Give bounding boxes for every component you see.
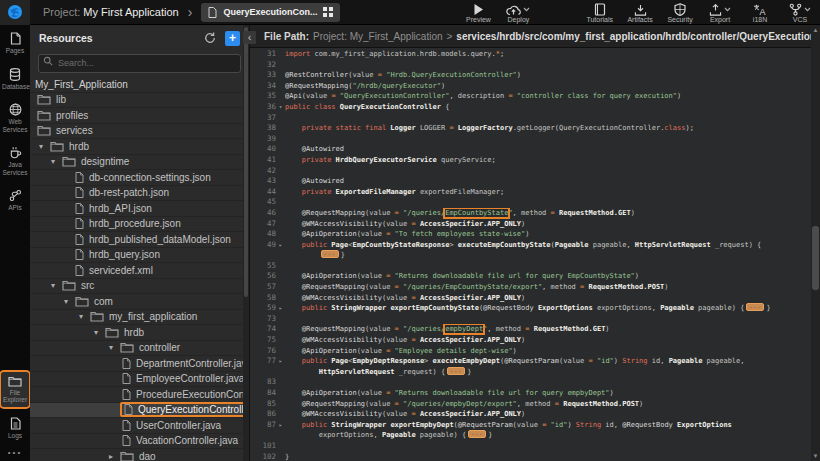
topbar-action-preview[interactable]: Preview bbox=[465, 2, 491, 23]
sidebar-item-pages[interactable]: Pages bbox=[1, 28, 29, 58]
scroll-up-icon[interactable]: ▲ bbox=[811, 25, 820, 35]
code-token: private bbox=[302, 156, 332, 164]
fold-gutter bbox=[276, 399, 285, 410]
tree-item-file[interactable]: db-connection-settings.json bbox=[30, 170, 249, 186]
tree-item-folder[interactable]: ▾hrdb bbox=[30, 325, 249, 341]
tree-item-file[interactable]: EmployeeController.java bbox=[30, 372, 249, 388]
code-token bbox=[285, 251, 319, 259]
tree-item-file[interactable]: hrdb_procedure.json bbox=[30, 217, 249, 233]
scroll-down-icon[interactable]: ▼ bbox=[811, 451, 820, 461]
refresh-icon[interactable] bbox=[204, 32, 216, 44]
file-icon bbox=[122, 420, 131, 431]
line-number: 74 bbox=[250, 324, 276, 335]
tree-item-label: My_First_Application bbox=[35, 79, 128, 90]
tree-item-label: hrdb_published_dataModel.json bbox=[89, 234, 231, 245]
tree-item-folder[interactable]: ▾src bbox=[30, 279, 249, 295]
tree-item-file[interactable]: UserController.java bbox=[30, 418, 249, 434]
code-token: exportedFileManager; bbox=[416, 188, 505, 196]
tree-item-file[interactable]: VacationController.java bbox=[30, 434, 249, 450]
resources-panel: Resources + My_First_Applicationlibprofi… bbox=[30, 25, 250, 461]
topbar-action-vcs[interactable]: VCS bbox=[787, 2, 813, 23]
sidebar-item-web-services[interactable]: Web Services bbox=[1, 99, 29, 136]
code-token: public bbox=[302, 421, 327, 429]
grid-icon[interactable] bbox=[323, 7, 333, 17]
chevron-down-icon[interactable]: ▾ bbox=[51, 281, 62, 290]
collapse-panel-icon[interactable]: ‹ bbox=[243, 31, 256, 44]
code-token: @RequestMapping bbox=[285, 82, 348, 90]
code-token: @RequestParam bbox=[458, 421, 513, 429]
fold-closed-icon[interactable]: ▸ bbox=[276, 303, 285, 314]
topbar-action-deploy[interactable]: Deploy bbox=[505, 2, 531, 23]
code-token: HrdbQueryExecutorService bbox=[331, 156, 436, 164]
search-icon bbox=[43, 56, 53, 66]
sidebar-item-apis[interactable]: APIs bbox=[1, 185, 29, 215]
tree-item-folder[interactable]: ▾controller bbox=[30, 341, 249, 357]
sidebar-item-databases[interactable]: Databases bbox=[1, 64, 29, 94]
code-line: 34@RequestMapping("/hrdb/queryExecutor") bbox=[250, 81, 820, 92]
fold-closed-icon[interactable]: ▸ bbox=[276, 420, 285, 431]
code-token: } bbox=[285, 453, 289, 461]
code-line: 42 bbox=[250, 166, 820, 177]
topbar-action-tutorials[interactable]: Tutorials bbox=[586, 2, 613, 23]
code-line: 85 @RequestMapping(value = "/queries/emp… bbox=[250, 399, 820, 410]
tree-item-file[interactable]: hrdb_published_dataModel.json bbox=[30, 232, 249, 248]
folded-code-widget[interactable]: ··· bbox=[746, 303, 764, 311]
sidebar-item-java-services[interactable]: Java Services bbox=[1, 142, 29, 179]
tree-item-folder[interactable]: ▾designtime bbox=[30, 155, 249, 171]
logfile-icon bbox=[10, 417, 21, 430]
tree-item-file[interactable]: hrdb_query.json bbox=[30, 248, 249, 264]
topbar-action-artifacts[interactable]: Artifacts bbox=[627, 2, 653, 23]
add-resource-button[interactable]: + bbox=[225, 31, 240, 46]
search-input[interactable] bbox=[38, 54, 241, 73]
folded-code-widget[interactable]: ··· bbox=[321, 250, 339, 258]
tree-scrollbar[interactable] bbox=[243, 25, 249, 461]
open-file-tab[interactable]: QueryExecutionCon... bbox=[201, 3, 340, 22]
chevron-down-icon[interactable]: ▾ bbox=[64, 297, 75, 306]
tree-item-folder[interactable]: services bbox=[30, 124, 249, 140]
folded-code-widget[interactable]: ··· bbox=[468, 430, 486, 438]
code-line: 83 bbox=[250, 377, 820, 388]
tree-item-file[interactable]: db-rest-patch.json bbox=[30, 186, 249, 202]
topbar-action-i18n[interactable]: Ai18N bbox=[747, 2, 773, 23]
code-line: 49▸ public Page<EmpCountbyStateResponse>… bbox=[250, 240, 820, 251]
tree-scrollbar-thumb[interactable] bbox=[244, 27, 248, 297]
tree-item-folder[interactable]: profiles bbox=[30, 108, 249, 124]
file-tree: My_First_Applicationlibprofilesservices▾… bbox=[30, 77, 249, 461]
topbar-action-security[interactable]: Security bbox=[667, 2, 693, 23]
code-token: ) bbox=[521, 336, 525, 344]
tree-item-folder[interactable]: ▾my_first_application bbox=[30, 310, 249, 326]
fold-closed-icon[interactable]: ▸ bbox=[276, 240, 285, 251]
fold-open-icon[interactable]: ▾ bbox=[276, 102, 285, 113]
more-options-icon[interactable]: ••• bbox=[0, 448, 30, 457]
chevron-down-icon[interactable]: ▾ bbox=[79, 312, 90, 321]
chevron-down-icon[interactable]: ▾ bbox=[109, 343, 120, 352]
tree-item-file[interactable]: servicedef.xml bbox=[30, 263, 249, 279]
tree-item-file[interactable]: ProcedureExecutionController.java bbox=[30, 387, 249, 403]
app-logo[interactable] bbox=[0, 0, 30, 25]
sidebar-item-file-explorer[interactable]: File Explorer bbox=[1, 372, 29, 407]
code-token: pageable, bbox=[702, 357, 744, 365]
tree-item-folder[interactable]: ▸dao bbox=[30, 449, 249, 461]
code-token: Page bbox=[327, 357, 348, 365]
tree-item-file[interactable]: DepartmentController.java bbox=[30, 356, 249, 372]
code-editor[interactable]: 31import com.my_first_application.hrdb.m… bbox=[250, 48, 820, 461]
sidebar-item-logs[interactable]: Logs bbox=[1, 413, 29, 443]
chevron-down-icon[interactable]: ▾ bbox=[39, 142, 50, 151]
code-token: ) bbox=[677, 92, 681, 100]
editor-scrollbar-thumb[interactable] bbox=[812, 226, 819, 290]
folded-code-widget[interactable]: ··· bbox=[447, 367, 465, 375]
tree-root-item[interactable]: My_First_Application bbox=[30, 77, 249, 93]
editor-scrollbar[interactable]: ▲ ▼ bbox=[811, 25, 820, 461]
line-number: 73 bbox=[250, 314, 276, 325]
tree-item-folder[interactable]: ▾com bbox=[30, 294, 249, 310]
tree-item-file[interactable]: hrdb_API.json bbox=[30, 201, 249, 217]
chevron-down-icon[interactable]: ▾ bbox=[51, 157, 62, 166]
topbar-action-export[interactable]: Export bbox=[707, 2, 733, 23]
tree-item-file[interactable]: QueryExecutionController.java bbox=[30, 403, 249, 419]
tree-item-folder[interactable]: ▾hrdb bbox=[30, 139, 249, 155]
chevron-down-icon[interactable]: ▾ bbox=[94, 328, 105, 337]
tree-item-folder[interactable]: lib bbox=[30, 93, 249, 109]
fold-closed-icon[interactable]: ▸ bbox=[276, 356, 285, 367]
code-line: 47 @WMAccessVisibility(value = AccessSpe… bbox=[250, 219, 820, 230]
chevron-right-icon[interactable]: ▸ bbox=[109, 452, 120, 461]
